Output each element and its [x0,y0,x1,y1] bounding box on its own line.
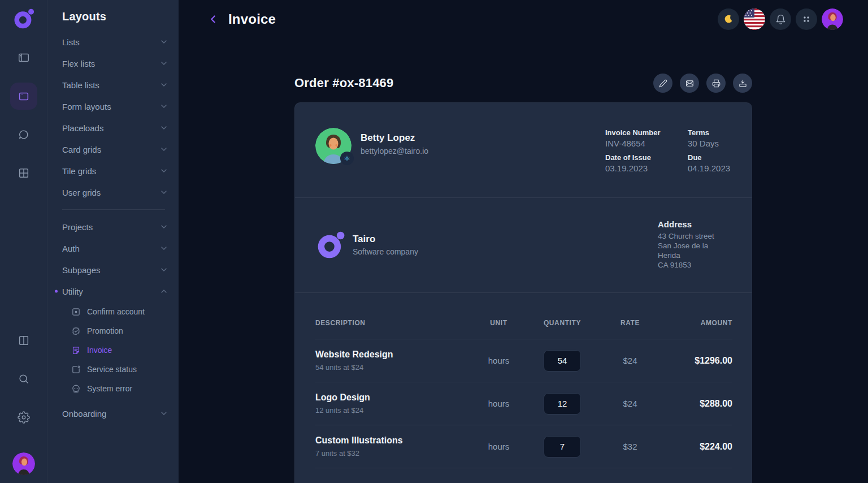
settings-icon[interactable] [10,404,37,431]
chevron-down-icon [159,409,168,418]
sidebar-item-form-layouts[interactable]: Form layouts [62,96,168,117]
quantity-input[interactable] [544,393,581,415]
edit-icon[interactable] [653,74,672,93]
grid-icon[interactable] [10,159,37,187]
subnav-item-label: Confirm account [87,307,145,316]
subnav-item-invoice[interactable]: Invoice [71,340,168,360]
main-area: Invoice [179,0,868,483]
company-info: Tairo Software company [353,234,418,256]
sidebar-item-label: Auth [62,244,80,253]
customer-avatar: ⚛ [315,128,351,164]
sidebar-item-tile-grids[interactable]: Tile grids [62,160,168,182]
sidebar-item-label: Flex lists [62,59,95,68]
back-button[interactable] [207,13,219,25]
rail-nav [10,44,37,187]
user-avatar[interactable] [12,452,35,475]
search-icon[interactable] [10,365,37,393]
item-description: Website Redesign 54 units at $24 [315,350,472,372]
address-label: Address [658,219,732,229]
tairo-logo[interactable] [12,7,36,31]
chevron-down-icon [159,188,168,197]
sidebar-item-table-lists[interactable]: Table lists [62,74,168,96]
subnav-item-confirm-account[interactable]: Confirm account [71,302,168,321]
apps-dots-icon[interactable] [796,8,817,30]
order-actions [653,74,752,93]
email-icon[interactable] [680,74,699,93]
sidebar-item-projects[interactable]: Projects [62,216,168,238]
address-line: San Jose de la Herida [658,241,732,260]
rail-bottom [10,327,37,475]
moon-icon[interactable] [718,8,739,30]
item-amount: $224.00 [661,442,732,452]
sidebar-item-auth[interactable]: Auth [62,238,168,259]
chevron-down-icon [159,244,168,253]
sidebar-panel: Layouts Lists Flex lists Table lists For… [47,0,179,483]
invoice-number-label: Invoice Number [605,128,688,137]
item-unit: hours [472,356,526,365]
item-amount: $288.00 [661,399,732,409]
quantity-input[interactable] [544,350,581,372]
user-avatar[interactable] [822,8,843,30]
bell-icon[interactable] [770,8,791,30]
page-content: Order #ox-81469 [179,38,868,483]
quantity-input[interactable] [544,436,581,458]
chevron-down-icon [159,265,168,274]
address-line: CA 91853 [658,260,732,270]
subnav-item-label: Invoice [87,346,112,355]
chevron-up-icon [159,287,168,296]
order-header: Order #ox-81469 [294,74,752,93]
due-date-label: Due [688,153,732,162]
item-description: Custom Illustrations 7 units at $32 [315,435,472,458]
utility-subnav: Confirm account Promotion Invoice Servic… [62,302,168,398]
address-line: 43 Church street [658,231,732,241]
topbar: Invoice [179,0,868,38]
subnav-item-service-status[interactable]: Service status [71,360,168,379]
chat-icon[interactable] [10,121,37,148]
invoice-meta: Invoice Number INV-48654 Terms 30 Days D… [605,128,732,173]
item-unit: hours [472,442,526,451]
issue-date-cell: Date of Issue 03.19.2023 [605,153,688,173]
order-title: Order #ox-81469 [294,76,393,90]
icon-rail [0,0,47,483]
sidebar-item-placeloads[interactable]: Placeloads [62,117,168,139]
print-icon[interactable] [706,74,726,93]
sidebar-item-card-grids[interactable]: Card grids [62,139,168,160]
sidebar-item-flex-lists[interactable]: Flex lists [62,53,168,74]
sidebar-item-label: Lists [62,37,80,47]
subnav-item-label: Promotion [87,326,123,335]
status-frame-icon [71,365,81,374]
terms-value: 30 Days [688,139,732,148]
download-icon[interactable] [733,74,752,93]
chevron-down-icon [159,80,168,89]
sidebar-item-user-grids[interactable]: User grids [62,182,168,203]
sidebar-item-lists[interactable]: Lists [62,31,168,53]
subnav-item-label: Service status [87,365,137,374]
sidebar-toggle-icon[interactable] [10,44,37,71]
app-window-icon[interactable] [10,83,37,110]
col-header-rate: RATE [599,319,661,327]
item-rate: $24 [599,399,661,408]
subnav-item-label: System error [87,384,132,393]
sidebar-item-label: Subpages [62,265,101,275]
sidebar-item-label: User grids [62,188,101,197]
sidebar-item-label: Card grids [62,145,101,154]
due-date-cell: Due 04.19.2023 [688,153,732,173]
sidebar-item-onboarding[interactable]: Onboarding [62,403,168,424]
line-items-section: DESCRIPTION UNIT QUANTITY RATE AMOUNT We… [295,293,752,483]
sidebar-item-subpages[interactable]: Subpages [62,259,168,281]
sidebar-item-utility[interactable]: Utility [62,281,168,302]
sidebar-item-label: Table lists [62,80,99,90]
subnav-item-system-error[interactable]: System error [71,379,168,398]
react-badge-icon: ⚛ [340,152,354,165]
us-flag-icon[interactable] [744,8,765,30]
chevron-down-icon [159,166,168,175]
item-rate: $32 [599,442,661,451]
customer-name: Betty Lopez [361,132,428,144]
item-subtitle: 7 units at $32 [315,449,472,458]
columns-icon[interactable] [10,327,37,354]
sidebar-item-label: Placeloads [62,123,103,133]
page-title: Invoice [228,11,276,27]
subnav-item-promotion[interactable]: Promotion [71,321,168,340]
active-bullet [55,290,58,293]
col-header-description: DESCRIPTION [315,319,472,327]
